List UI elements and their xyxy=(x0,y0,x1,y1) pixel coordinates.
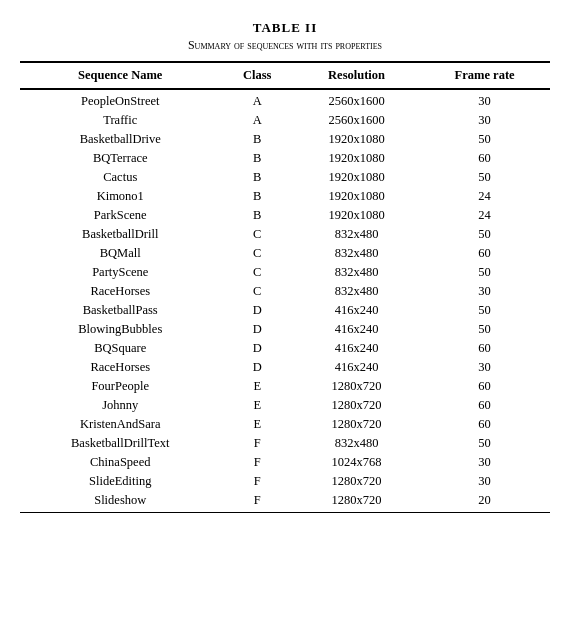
cell-sequence-name: PartyScene xyxy=(20,263,220,282)
cell-sequence-name: KristenAndSara xyxy=(20,415,220,434)
cell-sequence-name: BlowingBubbles xyxy=(20,320,220,339)
cell-sequence-name: RaceHorses xyxy=(20,358,220,377)
cell-class: C xyxy=(220,263,294,282)
cell-sequence-name: ParkScene xyxy=(20,206,220,225)
cell-resolution: 1920x1080 xyxy=(294,130,419,149)
cell-resolution: 832x480 xyxy=(294,282,419,301)
table-row: RaceHorsesC832x48030 xyxy=(20,282,550,301)
cell-resolution: 832x480 xyxy=(294,225,419,244)
cell-framerate: 50 xyxy=(419,320,550,339)
cell-resolution: 832x480 xyxy=(294,244,419,263)
cell-framerate: 30 xyxy=(419,282,550,301)
cell-resolution: 1280x720 xyxy=(294,472,419,491)
cell-sequence-name: Cactus xyxy=(20,168,220,187)
cell-class: B xyxy=(220,149,294,168)
cell-framerate: 60 xyxy=(419,396,550,415)
cell-sequence-name: BasketballDrill xyxy=(20,225,220,244)
cell-class: C xyxy=(220,282,294,301)
cell-class: B xyxy=(220,187,294,206)
cell-framerate: 50 xyxy=(419,263,550,282)
cell-resolution: 416x240 xyxy=(294,339,419,358)
cell-class: D xyxy=(220,320,294,339)
cell-resolution: 1920x1080 xyxy=(294,168,419,187)
cell-class: E xyxy=(220,377,294,396)
cell-class: B xyxy=(220,206,294,225)
table-row: BQSquareD416x24060 xyxy=(20,339,550,358)
cell-class: B xyxy=(220,168,294,187)
cell-class: F xyxy=(220,491,294,513)
table-row: JohnnyE1280x72060 xyxy=(20,396,550,415)
table-row: BasketballPassD416x24050 xyxy=(20,301,550,320)
table-row: BQMallC832x48060 xyxy=(20,244,550,263)
cell-resolution: 832x480 xyxy=(294,263,419,282)
cell-framerate: 60 xyxy=(419,339,550,358)
cell-sequence-name: BQMall xyxy=(20,244,220,263)
cell-resolution: 1920x1080 xyxy=(294,187,419,206)
cell-class: C xyxy=(220,225,294,244)
cell-framerate: 50 xyxy=(419,434,550,453)
cell-class: D xyxy=(220,301,294,320)
cell-sequence-name: ChinaSpeed xyxy=(20,453,220,472)
cell-framerate: 24 xyxy=(419,187,550,206)
table-row: TrafficA2560x160030 xyxy=(20,111,550,130)
page-container: TABLE II Summary of sequences with its p… xyxy=(20,20,550,513)
table-row: BlowingBubblesD416x24050 xyxy=(20,320,550,339)
cell-sequence-name: Slideshow xyxy=(20,491,220,513)
col-header-resolution: Resolution xyxy=(294,62,419,89)
cell-framerate: 20 xyxy=(419,491,550,513)
cell-framerate: 60 xyxy=(419,415,550,434)
table-row: BasketballDrillTextF832x48050 xyxy=(20,434,550,453)
cell-class: D xyxy=(220,358,294,377)
table-row: BQTerraceB1920x108060 xyxy=(20,149,550,168)
cell-framerate: 30 xyxy=(419,453,550,472)
cell-framerate: 50 xyxy=(419,225,550,244)
table-body: PeopleOnStreetA2560x160030TrafficA2560x1… xyxy=(20,89,550,513)
cell-sequence-name: BQSquare xyxy=(20,339,220,358)
cell-framerate: 60 xyxy=(419,244,550,263)
table-row: CactusB1920x108050 xyxy=(20,168,550,187)
cell-sequence-name: BQTerrace xyxy=(20,149,220,168)
table-row: SlideEditingF1280x72030 xyxy=(20,472,550,491)
cell-class: A xyxy=(220,111,294,130)
cell-class: F xyxy=(220,434,294,453)
cell-sequence-name: Johnny xyxy=(20,396,220,415)
cell-framerate: 60 xyxy=(419,377,550,396)
cell-resolution: 416x240 xyxy=(294,358,419,377)
table-row: BasketballDriveB1920x108050 xyxy=(20,130,550,149)
cell-class: B xyxy=(220,130,294,149)
cell-sequence-name: FourPeople xyxy=(20,377,220,396)
sequences-table: Sequence Name Class Resolution Frame rat… xyxy=(20,61,550,513)
cell-resolution: 416x240 xyxy=(294,320,419,339)
cell-resolution: 416x240 xyxy=(294,301,419,320)
col-header-class: Class xyxy=(220,62,294,89)
cell-resolution: 1280x720 xyxy=(294,415,419,434)
cell-resolution: 2560x1600 xyxy=(294,89,419,111)
cell-framerate: 60 xyxy=(419,149,550,168)
cell-resolution: 1280x720 xyxy=(294,396,419,415)
cell-resolution: 1920x1080 xyxy=(294,149,419,168)
cell-framerate: 30 xyxy=(419,358,550,377)
table-row: BasketballDrillC832x48050 xyxy=(20,225,550,244)
header-row: Sequence Name Class Resolution Frame rat… xyxy=(20,62,550,89)
cell-sequence-name: PeopleOnStreet xyxy=(20,89,220,111)
cell-sequence-name: SlideEditing xyxy=(20,472,220,491)
table-row: SlideshowF1280x72020 xyxy=(20,491,550,513)
cell-framerate: 24 xyxy=(419,206,550,225)
cell-class: E xyxy=(220,396,294,415)
cell-sequence-name: Traffic xyxy=(20,111,220,130)
table-row: FourPeopleE1280x72060 xyxy=(20,377,550,396)
table-row: KristenAndSaraE1280x72060 xyxy=(20,415,550,434)
cell-class: A xyxy=(220,89,294,111)
cell-framerate: 50 xyxy=(419,301,550,320)
cell-sequence-name: BasketballPass xyxy=(20,301,220,320)
cell-framerate: 30 xyxy=(419,89,550,111)
table-subtitle: Summary of sequences with its properties xyxy=(20,38,550,53)
cell-sequence-name: Kimono1 xyxy=(20,187,220,206)
cell-sequence-name: BasketballDrillText xyxy=(20,434,220,453)
table-row: PartySceneC832x48050 xyxy=(20,263,550,282)
cell-resolution: 2560x1600 xyxy=(294,111,419,130)
cell-resolution: 832x480 xyxy=(294,434,419,453)
cell-framerate: 50 xyxy=(419,130,550,149)
table-row: PeopleOnStreetA2560x160030 xyxy=(20,89,550,111)
table-title: TABLE II xyxy=(20,20,550,36)
